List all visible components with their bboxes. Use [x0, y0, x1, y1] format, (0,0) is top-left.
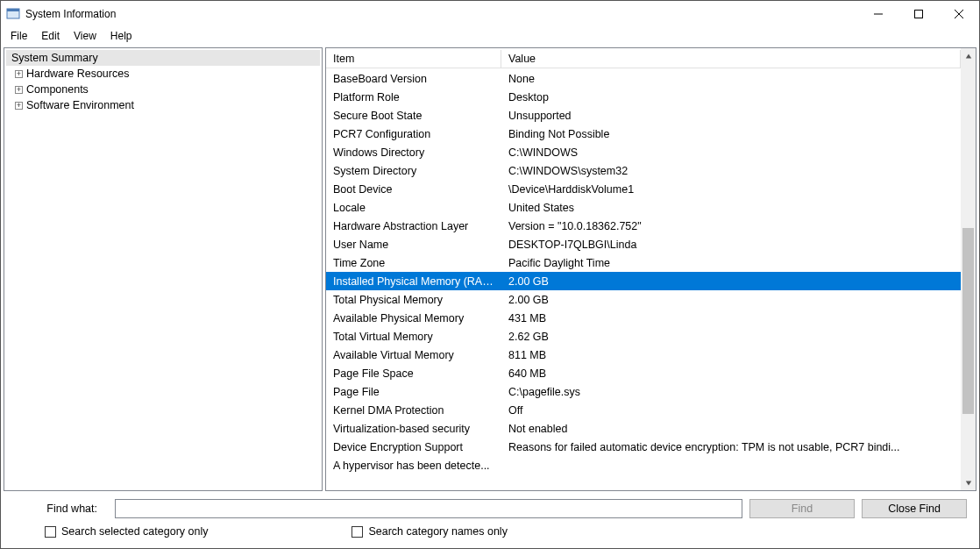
table-row[interactable]: Available Physical Memory431 MB [326, 309, 961, 327]
cell-item: Available Physical Memory [326, 312, 501, 324]
tree-pane: System Summary +Hardware Resources+Compo… [4, 47, 323, 491]
footer: Find what: Find Close Find Search select… [1, 494, 979, 548]
menu-edit[interactable]: Edit [35, 28, 66, 44]
expand-icon[interactable]: + [15, 102, 23, 110]
checkbox-icon [45, 526, 56, 538]
cell-value: 811 MB [501, 349, 961, 361]
main-area: System Summary +Hardware Resources+Compo… [1, 45, 979, 494]
vertical-scrollbar[interactable] [961, 48, 976, 490]
cell-item: Time Zone [326, 257, 501, 269]
scroll-down-button[interactable] [961, 475, 976, 490]
menu-file[interactable]: File [4, 28, 33, 44]
table-row[interactable]: Hardware Abstraction LayerVersion = "10.… [326, 217, 961, 235]
menubar: File Edit View Help [1, 27, 979, 45]
table-row[interactable]: Device Encryption SupportReasons for fai… [326, 438, 961, 456]
close-find-button[interactable]: Close Find [862, 499, 967, 518]
cell-value: 431 MB [501, 312, 961, 324]
table-row[interactable]: Installed Physical Memory (RAM)2.00 GB [326, 272, 961, 290]
table-row[interactable]: Platform RoleDesktop [326, 88, 961, 106]
tree-item-label: Components [26, 83, 89, 96]
cell-value: Not enabled [501, 423, 961, 435]
check-search-category-names[interactable]: Search category names only [352, 525, 507, 538]
cell-value: Pacific Daylight Time [501, 257, 961, 269]
table-row[interactable]: Boot Device\Device\HarddiskVolume1 [326, 180, 961, 198]
cell-item: Secure Boot State [326, 110, 501, 122]
cell-item: System Directory [326, 165, 501, 177]
tree-item[interactable]: +Hardware Resources [6, 66, 320, 82]
cell-item: BaseBoard Version [326, 73, 501, 85]
check-row: Search selected category only Search cat… [13, 525, 967, 538]
menu-view[interactable]: View [67, 28, 103, 44]
table-row[interactable]: Total Physical Memory2.00 GB [326, 290, 961, 309]
tree-root[interactable]: System Summary [6, 50, 320, 66]
cell-item: Kernel DMA Protection [326, 404, 501, 417]
expand-icon[interactable]: + [15, 70, 23, 78]
check-label: Search selected category only [61, 525, 208, 538]
cell-value: C:\WINDOWS [501, 146, 961, 159]
minimize-button[interactable] [858, 1, 898, 27]
table-row[interactable]: Page File Space640 MB [326, 364, 961, 382]
cell-value: Desktop [501, 91, 961, 103]
table-row[interactable]: A hypervisor has been detecte... [326, 456, 961, 474]
find-row: Find what: Find Close Find [13, 499, 967, 518]
column-headers: Item Value [326, 48, 961, 69]
maximize-button[interactable] [898, 1, 939, 27]
svg-marker-7 [965, 481, 970, 485]
cell-item: Installed Physical Memory (RAM) [326, 275, 501, 288]
scroll-thumb[interactable] [962, 228, 974, 414]
window-title: System Information [25, 8, 116, 20]
column-header-value[interactable]: Value [501, 50, 961, 68]
table-row[interactable]: Windows DirectoryC:\WINDOWS [326, 143, 961, 161]
cell-value: Unsupported [501, 110, 961, 122]
table-row[interactable]: PCR7 ConfigurationBinding Not Possible [326, 125, 961, 143]
tree-item[interactable]: +Components [6, 82, 320, 97]
cell-item: Total Virtual Memory [326, 331, 501, 343]
details-pane: Item Value BaseBoard VersionNonePlatform… [325, 47, 976, 491]
table-row[interactable]: Available Virtual Memory811 MB [326, 346, 961, 364]
tree: System Summary +Hardware Resources+Compo… [6, 50, 320, 113]
cell-value: \Device\HarddiskVolume1 [501, 183, 961, 196]
svg-rect-1 [7, 9, 19, 11]
table-row[interactable]: System DirectoryC:\WINDOWS\system32 [326, 161, 961, 180]
svg-marker-6 [965, 53, 970, 58]
scroll-track[interactable] [961, 63, 976, 475]
cell-item: Windows Directory [326, 146, 501, 159]
cell-value: Version = "10.0.18362.752" [501, 220, 961, 232]
cell-item: Platform Role [326, 91, 501, 103]
cell-item: Device Encryption Support [326, 441, 501, 453]
column-header-item[interactable]: Item [326, 50, 501, 68]
table-row[interactable]: Virtualization-based securityNot enabled [326, 419, 961, 438]
cell-item: Hardware Abstraction Layer [326, 220, 501, 232]
cell-value: C:\WINDOWS\system32 [501, 165, 961, 177]
cell-value: Off [501, 404, 961, 417]
cell-value: 2.62 GB [501, 331, 961, 343]
find-input[interactable] [115, 499, 742, 518]
tree-item[interactable]: +Software Environment [6, 97, 320, 113]
cell-item: User Name [326, 239, 501, 251]
check-search-selected[interactable]: Search selected category only [45, 525, 208, 538]
table-row[interactable]: Kernel DMA ProtectionOff [326, 401, 961, 419]
cell-item: A hypervisor has been detecte... [326, 460, 501, 472]
find-button[interactable]: Find [749, 499, 855, 518]
table-row[interactable]: Time ZonePacific Daylight Time [326, 253, 961, 272]
table-row[interactable]: User NameDESKTOP-I7QLBGI\Linda [326, 235, 961, 253]
table-row[interactable]: Page FileC:\pagefile.sys [326, 382, 961, 401]
tree-item-label: Hardware Resources [26, 68, 129, 80]
table-row[interactable]: BaseBoard VersionNone [326, 69, 961, 88]
titlebar: System Information [1, 1, 979, 27]
expand-icon[interactable]: + [15, 86, 23, 94]
table-row[interactable]: LocaleUnited States [326, 198, 961, 217]
app-icon [6, 7, 20, 21]
close-button[interactable] [939, 1, 979, 27]
cell-item: Total Physical Memory [326, 294, 501, 306]
window: System Information File Edit View Help S… [0, 0, 980, 549]
cell-value: Reasons for failed automatic device encr… [501, 441, 961, 453]
check-label: Search category names only [368, 525, 507, 538]
cell-value: Binding Not Possible [501, 128, 961, 140]
table-row[interactable]: Secure Boot StateUnsupported [326, 106, 961, 125]
cell-value: 2.00 GB [501, 294, 961, 306]
menu-help[interactable]: Help [104, 28, 138, 44]
cell-item: Page File Space [326, 367, 501, 380]
scroll-up-button[interactable] [961, 48, 976, 63]
table-row[interactable]: Total Virtual Memory2.62 GB [326, 327, 961, 346]
